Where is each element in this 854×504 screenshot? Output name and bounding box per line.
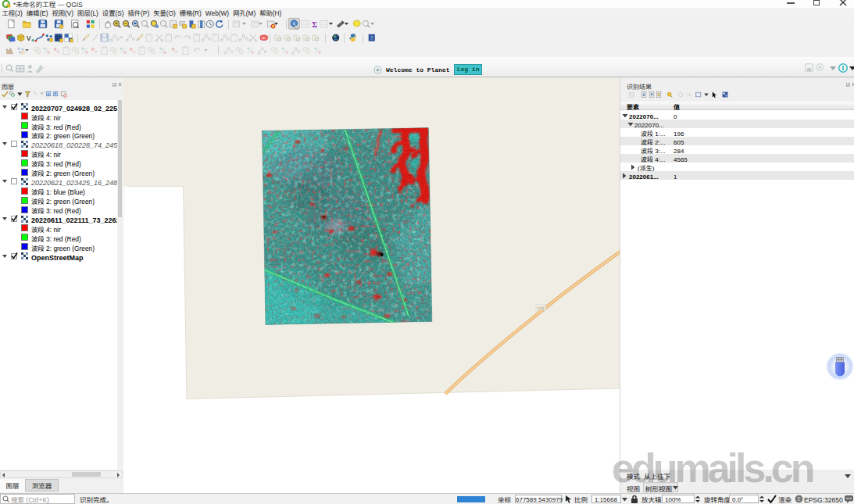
svg-text:i: i (293, 20, 295, 27)
svg-text:Σ: Σ (312, 20, 317, 29)
svg-text:?: ? (370, 35, 373, 41)
svg-text:V: V (27, 34, 31, 42)
svg-text:abc: abc (262, 37, 266, 40)
svg-text:村道: 村道 (538, 306, 545, 310)
